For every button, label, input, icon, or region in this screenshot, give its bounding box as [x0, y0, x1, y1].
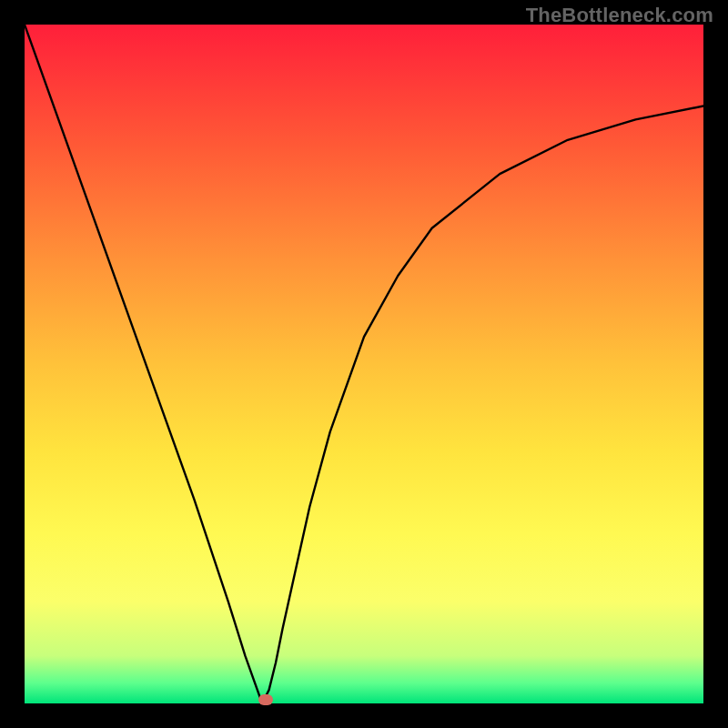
optimum-marker: [258, 694, 273, 705]
bottleneck-curve: [25, 25, 703, 703]
plot-area: [25, 25, 703, 703]
chart-frame: TheBottleneck.com: [0, 0, 728, 728]
